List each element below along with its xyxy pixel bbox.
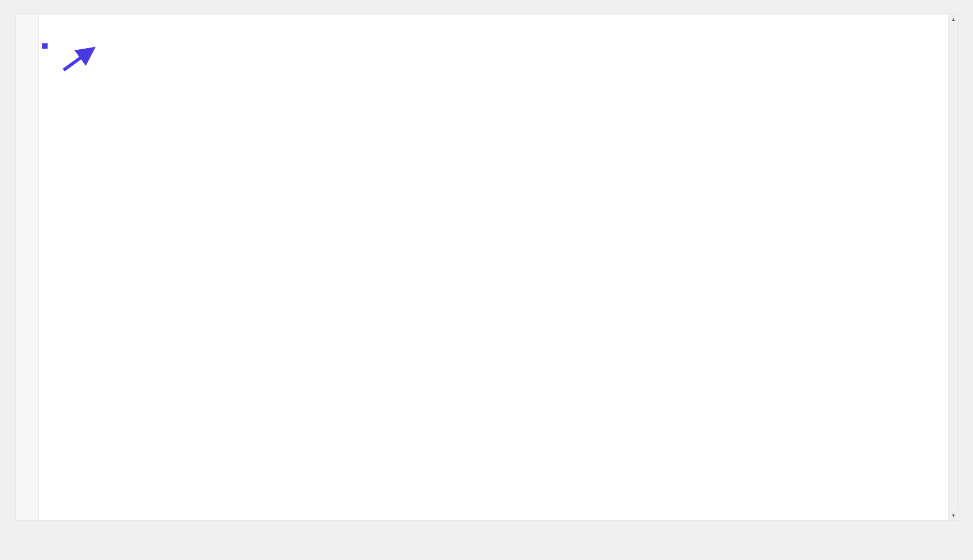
vertical-scrollbar[interactable]: ▲ ▼ (948, 14, 957, 520)
code-editor[interactable]: ▲ ▼ (15, 14, 958, 520)
line-number-gutter (16, 14, 39, 520)
scroll-down-arrow-icon[interactable]: ▼ (949, 511, 958, 520)
selected-file-label (0, 2, 973, 12)
annotation-arrow (61, 43, 104, 75)
scroll-up-arrow-icon[interactable]: ▲ (949, 14, 958, 24)
annotation-highlight-box (42, 43, 48, 49)
svg-line-1 (64, 49, 93, 70)
code-content[interactable] (39, 14, 957, 520)
